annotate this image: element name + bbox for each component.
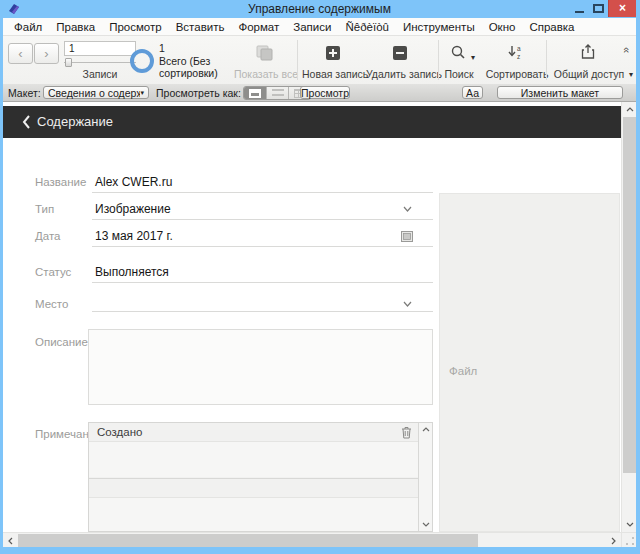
- delete-record-button[interactable]: Удалить запись: [366, 68, 434, 80]
- menu-tools[interactable]: Инструменты: [396, 21, 482, 33]
- show-all-icon: [255, 45, 275, 63]
- scroll-left-icon: [8, 537, 13, 545]
- content-header-title: Содержание: [37, 114, 113, 129]
- menu-scripts[interactable]: Ñêðèïòû: [338, 21, 395, 33]
- portal-scrollbar[interactable]: [418, 423, 432, 531]
- content-header[interactable]: Содержание: [3, 106, 621, 138]
- sort-button[interactable]: Сортировать: [484, 68, 550, 80]
- menu-format[interactable]: Формат: [231, 21, 286, 33]
- app-window: Управление содержимым × Файл Правка Прос…: [0, 0, 640, 554]
- trash-icon[interactable]: [401, 426, 412, 439]
- horizontal-scrollbar[interactable]: [3, 532, 621, 547]
- layout-selector-value: Сведения о содержимом: [48, 87, 140, 99]
- title-field-value[interactable]: Alex CWER.ru: [95, 175, 172, 189]
- file-field-label: Файл: [449, 365, 477, 377]
- menu-file[interactable]: Файл: [7, 21, 49, 33]
- previous-record-button[interactable]: ‹: [8, 43, 33, 64]
- show-all-button[interactable]: Показать все: [233, 68, 299, 80]
- svg-text:z: z: [517, 53, 520, 60]
- scroll-up-icon: [626, 107, 634, 112]
- menu-edit[interactable]: Правка: [49, 21, 102, 33]
- find-icon: [450, 44, 467, 61]
- found-count: 1: [159, 42, 218, 55]
- find-button[interactable]: Поиск: [439, 68, 479, 80]
- list-view-icon: [272, 89, 284, 98]
- type-dropdown-icon[interactable]: [403, 206, 412, 212]
- resize-grip-icon: [622, 533, 637, 548]
- minimize-icon[interactable]: [575, 11, 584, 13]
- menu-window[interactable]: Окно: [482, 21, 523, 33]
- found-set-pie-icon[interactable]: [130, 49, 154, 73]
- date-field-label: Дата: [35, 230, 60, 242]
- notes-row-body[interactable]: [89, 497, 418, 531]
- maximize-icon[interactable]: [593, 4, 604, 13]
- menu-view[interactable]: Просмотр: [102, 21, 169, 33]
- place-dropdown-icon[interactable]: [403, 301, 412, 307]
- notes-row[interactable]: Создано: [89, 423, 418, 441]
- layout-bar: Макет: Сведения о содержимом ▾ Просмотре…: [3, 84, 636, 102]
- description-field-label: Описание: [35, 336, 88, 348]
- records-label: Записи: [64, 68, 136, 80]
- menu-records[interactable]: Записи: [286, 21, 338, 33]
- vertical-scrollbar[interactable]: [621, 102, 636, 532]
- toolbar-separator: [546, 40, 547, 80]
- scroll-left-button[interactable]: [3, 533, 18, 548]
- record-slider[interactable]: [64, 62, 136, 63]
- menu-help[interactable]: Справка: [522, 21, 581, 33]
- field-underline: [92, 311, 433, 312]
- scroll-right-button[interactable]: [606, 533, 621, 548]
- notes-row[interactable]: [89, 479, 418, 497]
- back-chevron-icon[interactable]: [22, 115, 31, 129]
- next-record-button[interactable]: ›: [34, 43, 59, 64]
- layout-content: Содержание Название Alex CWER.ru Тип Изо…: [3, 102, 621, 532]
- record-slider-thumb[interactable]: [65, 58, 72, 67]
- scroll-up-icon[interactable]: [422, 427, 430, 432]
- status-toolbar: ‹ › Записи 1 Всего (Без сортировки) Пока…: [3, 36, 636, 84]
- notes-row-body[interactable]: [89, 441, 418, 477]
- new-record-icon: [326, 46, 340, 60]
- type-field-value[interactable]: Изображение: [95, 202, 171, 216]
- scroll-down-button[interactable]: [622, 517, 637, 532]
- sort-icon: a z: [507, 44, 525, 62]
- form-view-icon: [249, 89, 261, 98]
- title-field-label: Название: [35, 176, 86, 188]
- scroll-up-button[interactable]: [622, 102, 637, 117]
- scroll-right-icon: [611, 537, 616, 545]
- type-field-label: Тип: [35, 203, 54, 215]
- file-container-field[interactable]: Файл: [439, 193, 620, 532]
- found-count-block: 1 Всего (Без сортировки): [159, 42, 218, 80]
- view-as-label: Просмотреть как:: [156, 87, 241, 99]
- record-number-input[interactable]: [64, 41, 136, 56]
- view-form-button[interactable]: [244, 87, 266, 99]
- preview-button[interactable]: Просмотр: [300, 86, 350, 99]
- share-dropdown-icon[interactable]: ▾: [629, 70, 633, 79]
- share-button[interactable]: Общий доступ: [552, 68, 626, 80]
- scroll-down-icon[interactable]: [422, 522, 430, 527]
- calendar-icon[interactable]: [401, 230, 413, 242]
- new-record-button[interactable]: Новая запись: [302, 68, 364, 80]
- scroll-down-icon: [626, 522, 634, 527]
- notes-row-text[interactable]: Создано: [97, 426, 142, 438]
- vertical-scrollbar-thumb[interactable]: [623, 117, 636, 473]
- resize-grip[interactable]: [621, 532, 636, 547]
- field-underline: [92, 246, 433, 247]
- collapse-toolbar-icon[interactable]: «: [621, 47, 633, 53]
- delete-record-icon: [393, 46, 407, 60]
- place-field-label: Место: [35, 298, 68, 310]
- horizontal-scrollbar-thumb[interactable]: [18, 534, 478, 547]
- edit-layout-button[interactable]: Изменить макет: [497, 86, 623, 99]
- menubar: Файл Правка Просмотр Вставить Формат Зап…: [3, 18, 636, 36]
- field-underline: [92, 282, 433, 283]
- find-dropdown-icon[interactable]: ▾: [471, 53, 475, 62]
- menu-insert[interactable]: Вставить: [169, 21, 232, 33]
- close-icon[interactable]: ×: [608, 0, 636, 17]
- view-list-button[interactable]: [266, 87, 288, 99]
- description-field-value[interactable]: [88, 329, 433, 405]
- layout-selector-dropdown-icon: ▾: [140, 89, 144, 97]
- formatting-bar-button[interactable]: Аа: [462, 86, 483, 99]
- status-field-value[interactable]: Выполняется: [95, 265, 169, 279]
- field-underline: [92, 192, 433, 193]
- layout-selector[interactable]: Сведения о содержимом ▾: [43, 86, 149, 99]
- layout-label: Макет:: [8, 87, 41, 99]
- date-field-value[interactable]: 13 мая 2017 г.: [95, 229, 173, 243]
